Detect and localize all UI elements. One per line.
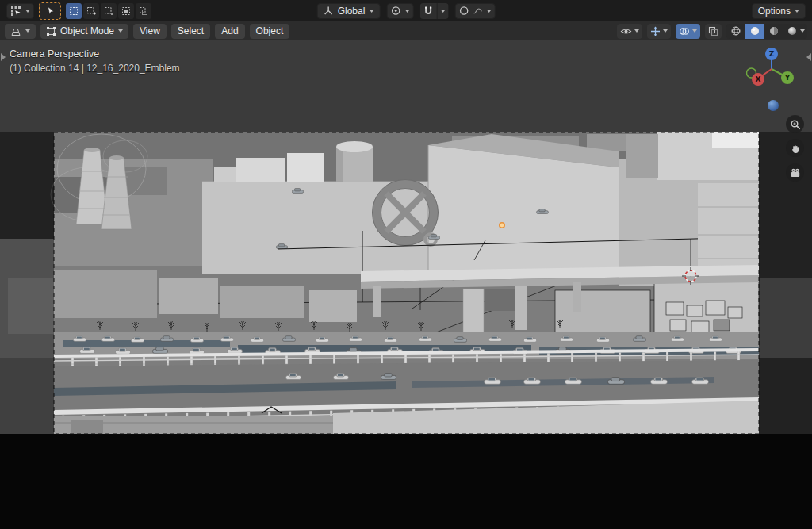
viewport-3d[interactable]: Camera Perspective (1) Collection 14 | 1… (0, 40, 812, 529)
menu-select-label: Select (178, 25, 204, 36)
shading-material-button[interactable] (764, 24, 783, 39)
active-collection-label: (1) Collection 14 | 12_16_2020_Emblem (10, 63, 180, 74)
select-mode-group (66, 3, 151, 19)
snap-icon (423, 6, 433, 16)
mode-label: Object Mode (60, 25, 114, 36)
tool-settings-editor-menu[interactable] (6, 3, 34, 19)
toolbar-expand-arrow[interactable] (1, 53, 6, 61)
solid-sphere-icon (749, 25, 760, 36)
chevron-down-icon (25, 10, 30, 13)
tool-settings-icon (10, 6, 21, 17)
camera-icon (790, 167, 801, 178)
chevron-down-icon (663, 29, 668, 33)
orientation-label: Global (338, 6, 366, 17)
chevron-down-icon (634, 29, 639, 33)
pan-button[interactable] (786, 139, 804, 157)
sidebar-expand-arrow[interactable] (806, 53, 811, 61)
pan-hand-icon (790, 143, 801, 154)
menu-view-label: View (140, 25, 160, 36)
proportional-editing-dropdown[interactable] (454, 3, 495, 19)
mode-icon (46, 26, 56, 36)
active-tool-button[interactable] (39, 2, 61, 20)
wireframe-sphere-icon (730, 25, 741, 36)
menu-object-label: Object (256, 25, 284, 36)
rendered-sphere-icon (787, 25, 798, 36)
axis-x-label: X (756, 75, 761, 83)
pivot-icon (390, 6, 400, 16)
menu-object[interactable]: Object (250, 24, 290, 39)
chevron-down-icon (369, 10, 373, 13)
gizmos-dropdown[interactable] (647, 24, 671, 39)
shading-wireframe-button[interactable] (726, 24, 745, 39)
xray-toggle[interactable] (705, 24, 722, 39)
select-mode-set[interactable] (66, 3, 82, 19)
orientation-icon (324, 6, 334, 16)
topbar: Global (0, 0, 812, 21)
overlays-toggle-dropdown[interactable] (676, 24, 700, 39)
chevron-down-icon (25, 29, 30, 33)
chevron-down-icon (118, 29, 123, 33)
material-sphere-icon (768, 25, 779, 36)
options-dropdown[interactable]: Options (752, 3, 806, 19)
axis-y-label: Y (784, 74, 791, 82)
editor-type-dropdown[interactable] (5, 24, 36, 39)
chevron-down-icon (440, 10, 445, 13)
chevron-down-icon (800, 29, 805, 33)
viewport-scene[interactable] (0, 40, 812, 529)
object-origin-dot[interactable] (500, 223, 504, 228)
visibility-eye-icon (620, 26, 632, 36)
object-visibility-dropdown[interactable] (617, 24, 642, 39)
gizmos-icon (650, 26, 661, 36)
camera-scene (51, 132, 759, 434)
shading-rendered-button[interactable] (783, 24, 807, 39)
editor-type-icon (10, 26, 21, 36)
shading-mode-group (726, 24, 807, 39)
select-mode-extend[interactable] (83, 3, 99, 19)
menu-add-label: Add (221, 25, 238, 36)
navigation-gizmo[interactable]: Z X Y (746, 47, 797, 94)
shading-solid-button[interactable] (745, 24, 764, 39)
chevron-down-icon (795, 10, 799, 13)
select-mode-subtract[interactable] (101, 3, 117, 19)
select-mode-intersect[interactable] (136, 3, 151, 19)
xray-icon (708, 26, 718, 36)
pivot-point-dropdown[interactable] (386, 3, 413, 19)
snap-options-dropdown[interactable] (437, 3, 448, 19)
falloff-curve-icon (473, 7, 482, 15)
menu-add[interactable]: Add (215, 24, 244, 39)
menu-select[interactable]: Select (171, 24, 210, 39)
active-tool-icon (45, 6, 56, 16)
overlays-icon (679, 26, 690, 36)
options-label: Options (758, 6, 791, 17)
axis-z-label: Z (769, 50, 775, 58)
select-mode-invert[interactable] (118, 3, 134, 19)
chevron-down-icon (692, 29, 697, 33)
menu-view[interactable]: View (133, 24, 167, 39)
view-name-label: Camera Perspective (10, 48, 99, 59)
orbit-sphere-indicator[interactable] (768, 100, 779, 111)
zoom-magnifier-icon (790, 119, 801, 130)
snap-toggle[interactable] (419, 3, 437, 19)
mode-dropdown[interactable]: Object Mode (40, 24, 128, 39)
camera-view-button[interactable] (786, 163, 804, 182)
zoom-button[interactable] (786, 115, 804, 133)
proportional-icon (458, 6, 469, 16)
chevron-down-icon (486, 10, 491, 13)
transform-orientation-dropdown[interactable]: Global (317, 3, 381, 19)
viewport-header: Object Mode View Select Add Object (0, 21, 812, 40)
cylinder-tank (336, 141, 373, 182)
chevron-down-icon (404, 10, 409, 13)
snap-control (419, 3, 448, 19)
